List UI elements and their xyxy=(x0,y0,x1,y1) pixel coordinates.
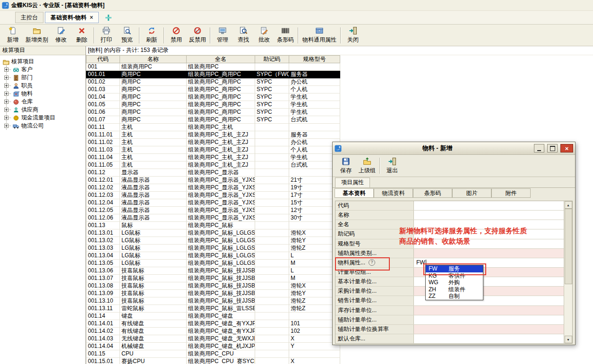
expand-icon[interactable] xyxy=(4,116,9,120)
find-button[interactable]: 查找 xyxy=(233,25,254,45)
tree-item-cashflow[interactable]: 现金流量项目 xyxy=(7,114,85,122)
table-row[interactable]: 001.13.08技嘉鼠标组装商用PC_鼠标_技JJSB滑轮X xyxy=(86,282,340,290)
help-icon[interactable]: ? xyxy=(369,259,375,266)
dropdown-option-wg[interactable]: WG外购 xyxy=(426,279,483,286)
dialog-maximize-button[interactable] xyxy=(547,144,558,152)
table-row[interactable]: 001.14.04机械键盘组装商用PC_键盘_机JXJPY xyxy=(86,343,340,350)
tree-item-customer[interactable]: 客户 xyxy=(7,66,85,74)
delete-button[interactable]: 删除 xyxy=(71,25,92,45)
table-row[interactable]: 001.14.03无线键盘组装商用PC_键盘_无WXJPX xyxy=(86,335,340,343)
table-row[interactable]: 001.13.04LG鼠标组装商用PC_鼠标_LGLGSBL xyxy=(86,252,340,260)
column-header[interactable]: 规格型号 xyxy=(289,55,340,63)
dialog-subtab-picture[interactable]: 图片 xyxy=(452,188,491,198)
tree-item-logistics[interactable]: 物流公司 xyxy=(7,122,85,130)
table-row[interactable]: 001.12显示器组装商用PC_显示器 xyxy=(86,169,340,177)
table-row[interactable]: 001.02商用PC组装商用PC_商用PCSYPC办公机 xyxy=(86,78,340,86)
table-row[interactable]: 001.04商用PC组装商用PC_商用PCSYPC学生机 xyxy=(86,93,340,101)
table-row[interactable]: 001.03商用PC组装商用PC_商用PCSYPC个人机 xyxy=(86,86,340,93)
table-row[interactable]: 001.13.09技嘉鼠标组装商用PC_鼠标_技JJSB滑轮Y xyxy=(86,290,340,297)
dialog-subtab-barcode[interactable]: 条形码 xyxy=(413,188,452,198)
tree-item-warehouse[interactable]: 仓库 xyxy=(7,98,85,106)
table-row[interactable]: 001组装商用PC组装商用PC xyxy=(86,63,340,71)
dialog-minimize-button[interactable] xyxy=(534,144,544,152)
dialog-subtab-logistics[interactable]: 物流资料 xyxy=(374,188,413,198)
expand-icon[interactable] xyxy=(4,92,9,96)
scroll-thumb[interactable] xyxy=(565,209,572,284)
table-row[interactable]: 001.15.01赛扬CPU组装商用PC_CPU_赛SYCPUX xyxy=(86,358,340,364)
tree-item-supplier[interactable]: 供应商 xyxy=(7,106,85,114)
table-row[interactable]: 001.12.06液晶显示器组装商用PC_显示器_YJXSQ30寸 xyxy=(86,214,340,222)
table-row[interactable]: 001.14键盘组装商用PC_键盘 xyxy=(86,313,340,320)
form-field-code[interactable] xyxy=(414,201,564,210)
column-header[interactable]: 助记码 xyxy=(255,55,289,63)
tree-item-department[interactable]: 部门 xyxy=(7,74,85,82)
form-field-default-warehouse[interactable] xyxy=(414,334,564,343)
print-button[interactable]: 打印 xyxy=(96,25,117,45)
dialog-close-button[interactable]: × xyxy=(560,144,573,152)
table-row[interactable]: 001.11.01主机组装商用PC_主机_主ZJ服务器 xyxy=(86,131,340,139)
undisable-button[interactable]: 反禁用 xyxy=(187,25,208,45)
table-row[interactable]: 001.01商用PC组装商用PC_商用PCSYPC（FWQ）服务器 xyxy=(86,71,340,78)
table-row[interactable]: 001.13.01LG鼠标组装商用PC_鼠标_LGLGSB滑轮X xyxy=(86,229,340,237)
dropdown-option-zh[interactable]: ZH组装件 xyxy=(426,286,483,293)
form-field-aux-unit-rate[interactable] xyxy=(414,325,564,334)
table-row[interactable]: 001.06商用PC组装商用PC_商用PCSYPC学生机 xyxy=(86,109,340,116)
manage-button[interactable]: 管理 xyxy=(212,25,233,45)
column-header[interactable]: 名称 xyxy=(120,55,187,63)
barcode-button[interactable]: 条形码 xyxy=(275,25,296,45)
new-category-button[interactable]: 新增类别 xyxy=(23,25,51,45)
expand-icon[interactable] xyxy=(4,68,9,72)
tree-item-material[interactable]: 物料 xyxy=(7,90,85,98)
table-row[interactable]: 001.13.05LG鼠标组装商用PC_鼠标_LGLGSBM xyxy=(86,260,340,267)
form-field-aux-attr-category[interactable] xyxy=(414,249,564,258)
table-row[interactable]: 001.11.02主机组装商用PC_主机_主ZJ办公机 xyxy=(86,139,340,146)
table-row[interactable]: 001.12.01液晶显示器组装商用PC_显示器_YJXSQ21寸 xyxy=(86,177,340,184)
dialog-subtab-attachment[interactable]: 附件 xyxy=(491,188,531,198)
add-tab-icon[interactable] xyxy=(105,14,112,21)
form-field-name[interactable] xyxy=(414,211,564,220)
batch-edit-button[interactable]: 批改 xyxy=(254,25,275,45)
dropdown-option-kg[interactable]: KG客供件 xyxy=(426,272,483,279)
table-row[interactable]: 001.12.03液晶显示器组装商用PC_显示器_YJXSQ17寸 xyxy=(86,192,340,199)
table-row[interactable]: 001.14.01有线键盘组装商用PC_键盘_有YXJP101 xyxy=(86,320,340,328)
material-attr-button[interactable]: 物料通用属性 xyxy=(300,25,339,45)
dialog-subtab-basic[interactable]: 基本资料 xyxy=(335,188,374,198)
new-button[interactable]: 新增 xyxy=(2,25,23,45)
table-row[interactable]: 001.13.10技嘉鼠标组装商用PC_鼠标_技JJSB滑轮Z xyxy=(86,297,340,305)
table-row[interactable]: 001.13.03LG鼠标组装商用PC_鼠标_LGLGSB滑轮Z xyxy=(86,245,340,252)
form-scrollbar[interactable]: ▲ ▼ xyxy=(564,201,572,343)
table-row[interactable]: 001.13.06技嘉鼠标组装商用PC_鼠标_技JJSBL xyxy=(86,267,340,275)
tab-console[interactable]: 主控台 xyxy=(15,12,43,23)
tree-root-item[interactable]: 核算项目 xyxy=(2,58,85,66)
preview-button[interactable]: 预览 xyxy=(117,25,138,45)
table-row[interactable]: 001.12.05液晶显示器组装商用PC_显示器_YJXSQ12寸 xyxy=(86,207,340,214)
table-row[interactable]: 001.11主机组装商用PC_主机 xyxy=(86,124,340,131)
tab-item-properties[interactable]: 项目属性 xyxy=(335,178,370,187)
refresh-button[interactable]: 刷新 xyxy=(141,25,162,45)
tab-close-icon[interactable]: × xyxy=(90,13,93,22)
disable-button[interactable]: 禁用 xyxy=(166,25,187,45)
table-row[interactable]: 001.13.07技嘉鼠标组装商用PC_鼠标_技JJSBM xyxy=(86,275,340,282)
table-row[interactable]: 001.11.05主机组装商用PC_主机_主ZJ台式机 xyxy=(86,161,340,169)
form-field-aux-unit[interactable] xyxy=(414,315,564,324)
table-row[interactable]: 001.12.04液晶显示器组装商用PC_显示器_YJXSQ15寸 xyxy=(86,199,340,207)
table-row[interactable]: 001.13.02LG鼠标组装商用PC_鼠标_LGLGSB滑轮Y xyxy=(86,237,340,245)
table-row[interactable]: 001.05商用PC组装商用PC_商用PCSYPC学生机 xyxy=(86,101,340,109)
column-header[interactable]: 代码 xyxy=(86,55,120,63)
parent-group-button[interactable]: 上级组 xyxy=(356,156,378,176)
tree-item-employee[interactable]: 职员 xyxy=(7,82,85,90)
close-door-button[interactable]: 关闭 xyxy=(343,25,363,45)
dropdown-option-zz[interactable]: ZZ自制 xyxy=(426,293,483,300)
table-row[interactable]: 001.11.04主机组装商用PC_主机_主ZJ学生机 xyxy=(86,154,340,161)
table-row[interactable]: 001.15CPU组装商用PC_CPU xyxy=(86,350,340,358)
column-header[interactable]: 全名 xyxy=(187,55,255,63)
table-row[interactable]: 001.13鼠标组装商用PC_鼠标 xyxy=(86,222,340,229)
exit-button[interactable]: 退出 xyxy=(382,156,403,176)
table-row[interactable]: 001.14.02有线键盘组装商用PC_键盘_有YXJP102 xyxy=(86,328,340,335)
table-row[interactable]: 001.11.03主机组装商用PC_主机_主ZJ个人机 xyxy=(86,146,340,154)
save-button[interactable]: 保存 xyxy=(335,156,356,176)
table-row[interactable]: 001.13.11雷蛇鼠标组装商用PC_鼠标_雷LSSB滑轮Z xyxy=(86,305,340,313)
scroll-down-icon[interactable]: ▼ xyxy=(565,336,572,343)
scroll-up-icon[interactable]: ▲ xyxy=(565,201,572,209)
expand-icon[interactable] xyxy=(4,108,9,112)
